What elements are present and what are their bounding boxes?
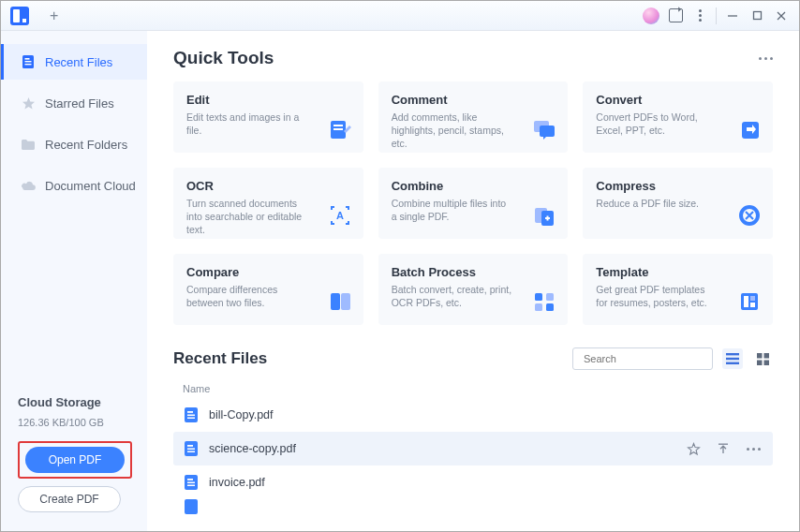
comment-icon (532, 117, 556, 141)
avatar-orb[interactable] (643, 7, 659, 24)
file-row[interactable]: bill-Copy.pdf (173, 398, 773, 432)
svg-rect-21 (546, 293, 554, 301)
file-icon (21, 54, 36, 69)
sidebar-item-recent-files[interactable]: Recent Files (1, 44, 147, 80)
svg-rect-49 (187, 482, 195, 484)
template-icon (737, 289, 762, 314)
share-button[interactable] (663, 4, 688, 28)
upload-icon (717, 442, 730, 455)
svg-rect-50 (187, 485, 195, 487)
view-list-button[interactable] (722, 348, 743, 369)
minimize-button[interactable] (720, 4, 745, 28)
minimize-icon (727, 10, 738, 22)
file-row-partial[interactable] (173, 499, 773, 514)
menu-button[interactable] (688, 4, 712, 28)
tool-desc: Combine multiple files into a single PDF… (392, 197, 513, 223)
svg-rect-20 (535, 293, 542, 301)
svg-rect-39 (187, 415, 195, 417)
svg-rect-44 (187, 451, 195, 453)
svg-rect-31 (726, 358, 739, 360)
create-pdf-button[interactable]: Create PDF (18, 486, 121, 512)
tool-compress[interactable]: Compress Reduce a PDF file size. (583, 168, 773, 239)
tool-title: Template (596, 265, 760, 279)
convert-icon (737, 117, 762, 141)
more-row-button[interactable] (743, 448, 763, 451)
file-row[interactable]: science-copy.pdf (173, 432, 773, 466)
new-tab-button[interactable]: + (50, 7, 58, 24)
tool-compare[interactable]: Compare Compare differences between two … (173, 254, 363, 325)
search-box[interactable] (572, 347, 713, 370)
tool-batch-process[interactable]: Batch Process Batch convert, create, pri… (378, 254, 569, 325)
divider (716, 7, 717, 24)
tool-desc: Compare differences between two files. (186, 283, 308, 309)
svg-rect-30 (726, 353, 739, 355)
view-grid-button[interactable] (752, 348, 773, 369)
tool-edit[interactable]: Edit Edit texts and images in a file. (173, 81, 363, 153)
file-row[interactable]: invoice.pdf (173, 466, 773, 499)
folder-icon (21, 137, 36, 152)
open-pdf-button[interactable]: Open PDF (25, 447, 125, 473)
tool-comment[interactable]: Comment Add comments, like highlights, p… (378, 81, 569, 153)
tool-title: Edit (186, 93, 350, 107)
tool-title: Batch Process (392, 265, 556, 279)
tool-ocr[interactable]: OCR Turn scanned documents into searchab… (173, 168, 363, 239)
sidebar-item-starred-files[interactable]: Starred Files (1, 85, 147, 121)
column-name: Name (173, 379, 773, 398)
close-icon (776, 10, 787, 22)
svg-rect-43 (187, 449, 195, 451)
tool-desc: Turn scanned documents into searchable o… (186, 197, 308, 237)
sidebar: Recent Files Starred Files Recent Folder… (1, 31, 147, 531)
tool-combine[interactable]: Combine Combine multiple files into a si… (378, 168, 569, 239)
pdf-file-icon (183, 474, 200, 491)
search-input[interactable] (584, 353, 713, 364)
svg-rect-24 (741, 293, 758, 310)
dots-horizontal-icon (747, 448, 761, 451)
tool-convert[interactable]: Convert Convert PDFs to Word, Excel, PPT… (583, 81, 773, 153)
tool-desc: Convert PDFs to Word, Excel, PPT, etc. (596, 111, 718, 137)
sidebar-item-recent-folders[interactable]: Recent Folders (1, 126, 147, 162)
tool-title: OCR (186, 179, 350, 193)
tool-desc: Batch convert, create, print, OCR PDFs, … (392, 283, 513, 309)
svg-rect-51 (185, 499, 198, 514)
tool-desc: Reduce a PDF file size. (596, 197, 718, 210)
sidebar-item-label: Document Cloud (45, 179, 136, 193)
upload-row-button[interactable] (713, 442, 733, 455)
cloud-storage-title: Cloud Storage (18, 395, 130, 409)
svg-rect-10 (333, 125, 343, 126)
pdf-file-icon (183, 406, 200, 423)
tool-title: Combine (392, 179, 556, 193)
tool-title: Compress (596, 179, 760, 193)
svg-rect-34 (763, 353, 769, 359)
svg-marker-8 (22, 97, 35, 110)
list-icon (726, 353, 739, 364)
file-name: science-copy.pdf (209, 442, 674, 455)
compress-icon (737, 203, 762, 228)
svg-rect-22 (535, 303, 542, 311)
tool-title: Compare (186, 265, 350, 279)
svg-rect-5 (25, 58, 30, 60)
edit-icon (328, 117, 352, 141)
svg-rect-11 (333, 128, 343, 130)
tool-template[interactable]: Template Get great PDF templates for res… (583, 254, 773, 325)
titlebar: + (1, 1, 799, 31)
svg-rect-27 (750, 303, 755, 307)
tool-title: Comment (392, 93, 556, 107)
content-area: Quick Tools Edit Edit texts and images i… (147, 31, 799, 531)
svg-rect-40 (187, 418, 195, 420)
quick-tools-title: Quick Tools (173, 48, 759, 68)
svg-rect-36 (763, 360, 769, 365)
svg-rect-13 (540, 126, 555, 137)
close-button[interactable] (769, 4, 793, 28)
file-name: bill-Copy.pdf (209, 408, 763, 421)
quick-tools-menu[interactable] (759, 57, 773, 60)
sidebar-item-label: Recent Files (45, 55, 112, 69)
svg-rect-26 (750, 296, 755, 301)
svg-rect-38 (187, 411, 193, 413)
svg-rect-25 (744, 296, 748, 307)
tool-desc: Add comments, like highlights, pencil, s… (392, 111, 513, 151)
sidebar-item-document-cloud[interactable]: Document Cloud (1, 168, 147, 203)
compare-icon (328, 289, 352, 314)
star-row-button[interactable] (683, 442, 704, 456)
maximize-button[interactable] (745, 4, 769, 28)
svg-rect-7 (25, 64, 32, 65)
